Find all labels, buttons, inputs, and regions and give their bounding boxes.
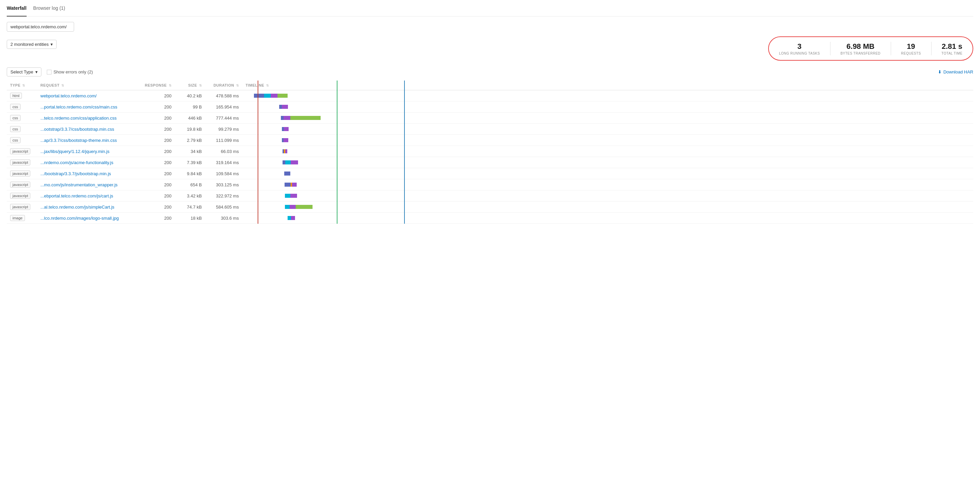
tab-browser-log[interactable]: Browser log (1) [33,5,65,13]
timeline-segment [296,205,312,209]
duration-value: 66.03 ms [205,146,242,157]
size-value: 40.2 kB [175,90,205,101]
col-header-request[interactable]: REQUEST ⇅ [37,81,142,90]
type-badge: image [10,215,25,221]
table-row[interactable]: javascript...ebportal.telco.nrdemo.com/j… [7,190,973,201]
request-url[interactable]: ...portal.telco.nrdemo.com/css/main.css [37,101,142,113]
request-url[interactable]: ...ap/3.3.7/css/bootstrap-theme.min.css [37,135,142,146]
request-url[interactable]: ...ebportal.telco.nrdemo.com/js/cart.js [37,190,142,201]
col-header-type[interactable]: TYPE ⇅ [7,81,37,90]
response-code: 200 [142,135,175,146]
download-har-button[interactable]: ⬇ Download HAR [938,69,973,75]
size-value: 18 kB [175,212,205,224]
col-header-duration[interactable]: DURATION ⇅ [205,81,242,90]
timeline-segment [279,105,282,109]
col-header-size[interactable]: SIZE ⇅ [175,81,205,90]
table-row[interactable]: javascript...jax/libs/jquery/1.12.4/jque… [7,146,973,157]
timeline-bar [242,90,973,101]
table-row[interactable]: javascript...al.telco.nrdemo.com/js/simp… [7,201,973,212]
size-value: 19.8 kB [175,124,205,135]
tab-waterfall[interactable]: Waterfall [7,5,27,16]
monitored-entities-label: 2 monitored entities [10,42,48,47]
timeline-bar [242,135,973,146]
type-badge: css [10,115,21,121]
request-url[interactable]: ...mo.com/js/instrumentation_wrapper.js [37,179,142,190]
request-url[interactable]: ...telco.nrdemo.com/css/application.css [37,113,142,124]
timeline-segment [291,216,295,220]
sort-icon-request: ⇅ [61,83,64,87]
duration-value: 478.588 ms [205,90,242,101]
timeline-segment [254,94,264,98]
timeline-segment [285,205,290,209]
timeline-segment [264,94,271,98]
select-type-button[interactable]: Select Type ▾ [7,67,41,77]
monitored-entities-dropdown[interactable]: 2 monitored entities ▾ [7,40,57,49]
request-url[interactable]: ...jax/libs/jquery/1.12.4/jquery.min.js [37,146,142,157]
timeline-bar [242,201,973,212]
request-url[interactable]: ...nrdemo.com/js/acme-functionality.js [37,157,142,168]
stat-bytes-transferred: 6.98 MB BYTES TRANSFERRED [841,42,881,55]
request-url[interactable]: ...ootstrap/3.3.7/css/bootstrap.min.css [37,124,142,135]
stat-req-label: REQUESTS [901,51,921,55]
top-tabs: Waterfall Browser log (1) [7,5,973,16]
timeline-segment [277,94,288,98]
response-code: 200 [142,212,175,224]
duration-value: 584.605 ms [205,201,242,212]
download-icon: ⬇ [938,69,942,75]
table-row[interactable]: javascript...mo.com/js/instrumentation_w… [7,179,973,190]
chevron-down-icon: ▾ [35,69,38,75]
request-url[interactable]: .../bootstrap/3.3.7/js/bootstrap.min.js [37,168,142,179]
response-code: 200 [142,101,175,113]
requests-table: TYPE ⇅ REQUEST ⇅ RESPONSE ⇅ SIZE ⇅ [7,81,973,224]
table-row[interactable]: css...portal.telco.nrdemo.com/css/main.c… [7,101,973,113]
sort-icon-response: ⇅ [169,83,172,87]
show-errors-checkbox[interactable] [47,70,51,75]
stat-divider-3 [931,42,932,55]
table-row[interactable]: css...telco.nrdemo.com/css/application.c… [7,113,973,124]
timeline-segment [285,194,290,198]
size-value: 2.79 kB [175,135,205,146]
size-value: 99 B [175,101,205,113]
type-badge: css [10,126,21,132]
timeline-segment [292,183,297,187]
url-bar[interactable]: webportal.telco.nrdemo.com/ [7,22,74,32]
type-badge: javascript [10,193,30,199]
show-errors-label: Show errors only (2) [54,69,93,75]
timeline-segment [290,116,321,120]
duration-value: 99.279 ms [205,124,242,135]
table-row[interactable]: javascript.../bootstrap/3.3.7/js/bootstr… [7,168,973,179]
size-value: 7.39 kB [175,157,205,168]
type-badge: javascript [10,204,30,210]
request-url[interactable]: ...al.telco.nrdemo.com/js/simpleCart.js [37,201,142,212]
timeline-segment [288,216,291,220]
timeline-segment [284,171,290,176]
stat-bt-label: BYTES TRANSFERRED [841,51,881,55]
toolbar-left: Select Type ▾ Show errors only (2) [7,67,93,77]
timeline-bar [242,157,973,168]
duration-value: 165.954 ms [205,101,242,113]
table-container: TYPE ⇅ REQUEST ⇅ RESPONSE ⇅ SIZE ⇅ [7,81,973,224]
col-header-timeline[interactable]: TIMELINE ⇅ [242,81,973,90]
table-row[interactable]: image...lco.nrdemo.com/images/logo-small… [7,212,973,224]
response-code: 200 [142,146,175,157]
timeline-segment [283,160,285,164]
timeline-segment [281,116,283,120]
duration-value: 319.164 ms [205,157,242,168]
duration-value: 109.584 ms [205,168,242,179]
size-value: 34 kB [175,146,205,157]
stat-divider-2 [891,42,891,55]
table-row[interactable]: css...ap/3.3.7/css/bootstrap-theme.min.c… [7,135,973,146]
timeline-bar [242,113,973,124]
type-badge: javascript [10,182,30,188]
show-errors-filter[interactable]: Show errors only (2) [47,69,93,75]
response-code: 200 [142,113,175,124]
table-row[interactable]: htmlwebportal.telco.nrdemo.com/20040.2 k… [7,90,973,101]
request-url[interactable]: webportal.telco.nrdemo.com/ [37,90,142,101]
stat-bt-value: 6.98 MB [841,42,881,51]
size-value: 9.84 kB [175,168,205,179]
col-header-response[interactable]: RESPONSE ⇅ [142,81,175,90]
table-row[interactable]: javascript...nrdemo.com/js/acme-function… [7,157,973,168]
request-url[interactable]: ...lco.nrdemo.com/images/logo-small.jpg [37,212,142,224]
table-row[interactable]: css...ootstrap/3.3.7/css/bootstrap.min.c… [7,124,973,135]
type-badge: html [10,93,22,99]
